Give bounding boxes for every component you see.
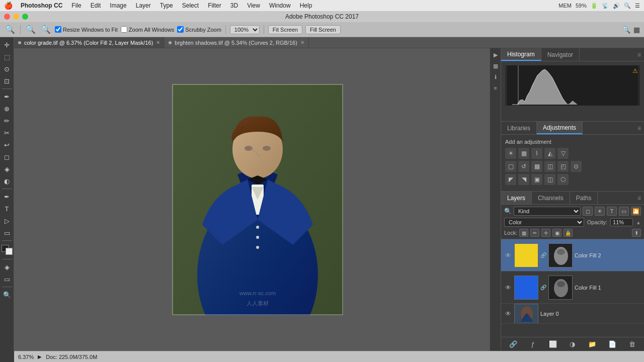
new-group-btn[interactable]: 📁 (587, 339, 598, 350)
crop-tool[interactable]: ⊡ (2, 75, 13, 86)
new-layer-btn[interactable]: 📄 (607, 339, 618, 350)
resize-windows-check[interactable]: Resize Windows to Fit (55, 26, 118, 33)
app-menu-photoshop[interactable]: Photoshop CC (18, 0, 65, 11)
layer-link-1[interactable]: 🔗 (540, 285, 546, 290)
lock-all-right-btn[interactable]: ⬆ (632, 229, 641, 237)
type-tool[interactable]: T (2, 203, 13, 214)
hue-saturation-icon[interactable]: ▢ (505, 161, 516, 172)
add-mask-btn[interactable]: ⬜ (547, 339, 558, 350)
filter-shape-btn[interactable]: ▭ (619, 207, 629, 216)
apple-menu[interactable]: 🍎 (4, 2, 13, 10)
menu-window[interactable]: Window (266, 0, 294, 11)
menu-filter[interactable]: Filter (205, 0, 224, 11)
background-color[interactable] (6, 248, 13, 255)
filter-smartobj-btn[interactable]: 🎦 (631, 207, 641, 216)
invert-icon[interactable]: ◤ (505, 174, 516, 185)
menu-type[interactable]: Type (157, 0, 176, 11)
curves-icon[interactable]: ⌇ (531, 148, 542, 159)
opacity-value[interactable]: 11% (610, 218, 633, 226)
posterize-icon[interactable]: ◥ (518, 174, 529, 185)
adjustments-panel-menu[interactable]: ≡ (634, 122, 644, 134)
tab-color-grade[interactable]: color grade.tif @ 6.37% (Color Fill 2, L… (14, 37, 165, 48)
selection-tool[interactable]: ⬚ (2, 51, 13, 62)
exposure-icon[interactable]: ◭ (544, 148, 555, 159)
menu-edit[interactable]: Edit (88, 0, 104, 11)
toolbar-search-icon[interactable]: 🔍 (622, 26, 630, 34)
dodge-tool[interactable]: ◐ (2, 175, 13, 187)
toolbar-layout-icon[interactable]: ▦ (633, 26, 640, 34)
add-adjustment-layer-btn[interactable]: ◑ (567, 339, 578, 350)
fit-screen-button[interactable]: Fit Screen (268, 25, 302, 34)
layer-item-color-fill-2[interactable]: 👁 🔗 Color Fill 2 (501, 239, 644, 272)
zoom-select[interactable]: 100% 50% 25% 200% (230, 25, 260, 34)
eyedropper-tool[interactable]: ✒ (2, 91, 13, 102)
opacity-arrow[interactable]: ▲ (636, 220, 641, 225)
menu-image[interactable]: Image (107, 0, 129, 11)
path-selection-tool[interactable]: ▷ (2, 215, 13, 226)
history-panel-icon[interactable]: ▶ (491, 50, 500, 59)
gradient-map-icon[interactable]: ◫ (544, 174, 555, 185)
zoom-in-icon[interactable]: 🔍 (40, 24, 52, 35)
screen-mode[interactable]: ▭ (2, 274, 13, 285)
tab-brghten[interactable]: brghten shadows.tif @ 5.34% (Curves 2, R… (165, 37, 309, 48)
fill-screen-button[interactable]: Fill Screen (305, 25, 341, 34)
menu-help[interactable]: Help (297, 0, 315, 11)
layer-visibility-2[interactable]: 👁 (504, 251, 512, 259)
tab-histogram[interactable]: Histogram (501, 48, 541, 61)
menu-select[interactable]: Select (179, 0, 202, 11)
tab-libraries[interactable]: Libraries (501, 122, 537, 134)
actions-panel-icon[interactable]: ▦ (491, 61, 500, 70)
levels-icon[interactable]: ▦ (518, 148, 529, 159)
layers-tab-channels[interactable]: Channels (532, 192, 570, 204)
tab-close-2[interactable]: ✕ (300, 40, 304, 45)
menu-3d[interactable]: 3D (227, 0, 241, 11)
layers-panel-menu[interactable]: ≡ (634, 192, 644, 204)
lock-image-btn[interactable]: ✏ (530, 229, 539, 237)
link-layers-btn[interactable]: 🔗 (508, 339, 519, 350)
zoom-all-check[interactable]: Zoom All Windows (121, 26, 174, 33)
menu-layer[interactable]: Layer (133, 0, 154, 11)
healing-tool[interactable]: ⊕ (2, 103, 13, 114)
clone-tool[interactable]: ✂ (2, 127, 13, 138)
histogram-panel-menu[interactable]: ≡ (634, 48, 644, 61)
search-icon[interactable]: 🔍 (4, 24, 16, 35)
shape-tool[interactable]: ▭ (2, 227, 13, 238)
selective-color-icon[interactable]: ⬡ (557, 174, 569, 185)
menu-file[interactable]: File (68, 0, 84, 11)
pen-tool[interactable]: ✒ (2, 191, 13, 202)
threshold-icon[interactable]: ▣ (531, 174, 542, 185)
zoom-out-icon[interactable]: 🔍 (25, 24, 37, 35)
layer-item-bg[interactable]: 👁 Layer 0 (501, 304, 644, 324)
eraser-tool[interactable]: ◻ (2, 151, 13, 162)
photo-filter-icon[interactable]: ◫ (544, 161, 555, 172)
move-tool[interactable]: ✛ (2, 39, 13, 50)
lasso-tool[interactable]: ⊙ (2, 63, 13, 74)
color-balance-icon[interactable]: ↺ (518, 161, 529, 172)
layers-tab-layers[interactable]: Layers (501, 192, 532, 204)
document-canvas[interactable]: C L R H C L R H C L R H C L R H (172, 84, 343, 315)
layers-tab-paths[interactable]: Paths (570, 192, 598, 204)
filter-type-select[interactable]: Kind Name Effect Mode Attribute Color (514, 207, 581, 216)
channels-mini-icon[interactable]: ≡ (491, 83, 500, 93)
filter-pixel-btn[interactable]: ◻ (583, 207, 593, 216)
zoom-tool[interactable]: 🔍 (2, 289, 13, 300)
delete-layer-btn[interactable]: 🗑 (626, 339, 637, 350)
gradient-tool[interactable]: ◈ (2, 163, 13, 174)
info-panel-icon[interactable]: ℹ (491, 72, 500, 81)
lock-all-btn[interactable]: 🔒 (564, 229, 573, 237)
vibrance-icon[interactable]: ▽ (557, 148, 569, 159)
layer-visibility-1[interactable]: 👁 (504, 284, 512, 292)
scrubby-zoom-check[interactable]: Scrubby Zoom (177, 26, 221, 33)
lock-artboard-btn[interactable]: ▣ (552, 229, 561, 237)
blend-mode-select[interactable]: Color Normal Multiply Screen Overlay (504, 218, 584, 227)
minimize-button[interactable] (13, 14, 19, 20)
close-button[interactable] (4, 14, 10, 20)
layer-link-2[interactable]: 🔗 (540, 252, 546, 258)
mask-mode[interactable]: ◈ (2, 261, 13, 273)
menu-view[interactable]: View (244, 0, 263, 11)
brush-tool[interactable]: ✏ (2, 115, 13, 126)
status-arrow[interactable]: ▶ (38, 354, 42, 359)
lock-transparent-btn[interactable]: ▦ (519, 229, 528, 237)
maximize-button[interactable] (22, 14, 28, 20)
brightness-contrast-icon[interactable]: ☀ (505, 148, 516, 159)
